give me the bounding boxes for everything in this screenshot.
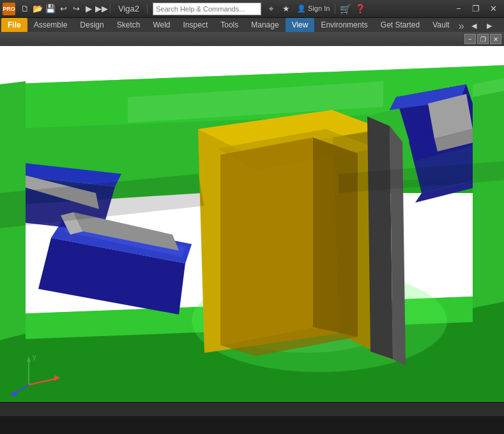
undo-button[interactable]: ↩	[57, 3, 69, 15]
tab-weld[interactable]: Weld	[146, 18, 176, 32]
tab-inspect[interactable]: Inspect	[177, 18, 215, 32]
svg-marker-36	[473, 78, 504, 308]
search-input[interactable]	[156, 5, 258, 13]
sub-titlebar: − ❐ ✕	[0, 32, 504, 46]
pointer-icon-btn[interactable]: ⌖	[264, 3, 278, 15]
star-icon-btn[interactable]: ★	[279, 3, 293, 15]
redo-button[interactable]: ↪	[70, 3, 82, 15]
viewport[interactable]: − ❐ ✕	[0, 32, 504, 402]
tab-file[interactable]: File	[1, 18, 27, 32]
minimize-button[interactable]: −	[450, 3, 467, 15]
save-button[interactable]: 💾	[45, 3, 56, 15]
toolbar-divider	[110, 4, 111, 13]
title-bar-left: PRO 🗋 📂 💾 ↩ ↪ ▶ ▶▶ Viga2 ⌖ ★ 👤 Sign In 🛒…	[3, 3, 367, 15]
more-tabs-icon[interactable]: »	[459, 20, 464, 32]
search-box[interactable]	[153, 3, 261, 15]
sub-minimize-btn[interactable]: −	[464, 34, 476, 44]
3d-scene: Y	[0, 46, 504, 402]
signin-btn[interactable]: 👤 Sign In	[294, 3, 332, 15]
nav-right-btn[interactable]: ▶	[482, 19, 496, 32]
ribbon-tabs: File Assemble Design Sketch Weld Inspect…	[0, 18, 504, 32]
sub-restore-btn[interactable]: ❐	[477, 34, 489, 44]
svg-marker-37	[473, 302, 504, 402]
tab-tools[interactable]: Tools	[214, 18, 245, 32]
tab-environments[interactable]: Environments	[314, 18, 374, 32]
app-pro-badge: PRO	[3, 3, 15, 15]
svg-marker-15	[313, 137, 358, 337]
cart-btn[interactable]: 🛒	[338, 3, 352, 15]
tab-sketch[interactable]: Sketch	[111, 18, 147, 32]
tab-vault[interactable]: Vault	[426, 18, 455, 32]
tab-get-started[interactable]: Get Started	[374, 18, 426, 32]
tab-assemble[interactable]: Assemble	[27, 18, 74, 32]
help-btn[interactable]: ❓	[353, 3, 367, 15]
tab-view[interactable]: View	[286, 18, 315, 32]
nav-left-btn[interactable]: ◀	[467, 19, 481, 32]
canvas-area[interactable]: Y	[0, 46, 504, 402]
sub-close-btn[interactable]: ✕	[490, 34, 501, 44]
toolbar-divider3	[335, 4, 335, 13]
tab-design[interactable]: Design	[73, 18, 110, 32]
open-button[interactable]: 📂	[32, 3, 43, 15]
step-button[interactable]: ▶▶	[96, 3, 107, 15]
svg-marker-40	[0, 334, 26, 402]
title-bar-right: − ❐ ✕	[450, 3, 501, 15]
svg-marker-17	[367, 116, 393, 359]
new-button[interactable]: 🗋	[19, 3, 31, 15]
restore-button[interactable]: ❐	[468, 3, 484, 15]
toolbar-divider2	[147, 4, 148, 13]
play-button[interactable]: ▶	[83, 3, 95, 15]
svg-marker-14	[220, 137, 313, 345]
title-bar: PRO 🗋 📂 💾 ↩ ↪ ▶ ▶▶ Viga2 ⌖ ★ 👤 Sign In 🛒…	[0, 0, 504, 18]
tab-manage[interactable]: Manage	[245, 18, 285, 32]
app-title: Viga2	[113, 4, 144, 13]
status-bar	[0, 402, 504, 416]
svg-text:Y: Y	[32, 354, 37, 362]
close-button[interactable]: ✕	[485, 3, 501, 15]
